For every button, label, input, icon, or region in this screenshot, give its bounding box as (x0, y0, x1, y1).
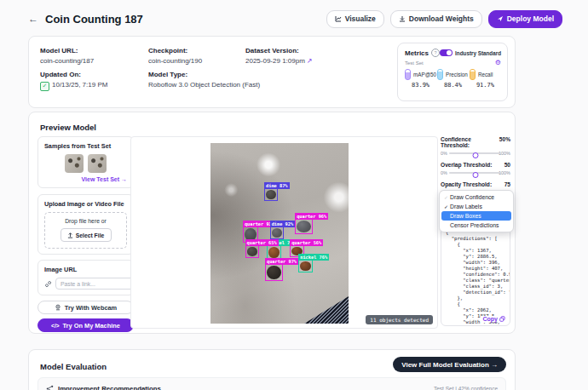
metric-precision: Precision 88.4% (437, 69, 470, 89)
model-info-card: Model URL: coin-counting/187 Checkpoint:… (28, 36, 516, 108)
samples-title: Samples from Test Set (44, 142, 127, 150)
detection-box-dime: dime 87% (264, 188, 278, 201)
page-title: Coin Counting 187 (45, 13, 143, 26)
overlap-slider-track[interactable] (449, 172, 502, 174)
page: ← Coin Counting 187 Visualize Download W… (0, 0, 588, 390)
dataset-version-value: 2025-09-29 1:09pm (245, 57, 305, 65)
map50-name: mAP@50 (413, 72, 436, 77)
visualize-label: Visualize (345, 14, 376, 23)
upload-icon (67, 232, 73, 238)
confidence-slider-handle[interactable] (473, 152, 479, 158)
metrics-box: Metrics ? Industry Standard Test Set ⚙ m… (397, 43, 508, 101)
predictions-json-box[interactable]: { "predictions": [ { "x": 1367, "y": 288… (441, 226, 510, 326)
metric-items: mAP@50 83.9% Precision 88.4% Recall 91.7… (398, 66, 507, 89)
checkpoint-group: Checkpoint: coin-counting/190 (148, 47, 202, 65)
model-type-label: Model Type: (148, 71, 260, 78)
dataset-version-link[interactable]: 2025-09-29 1:09pm↗ (245, 57, 313, 65)
detection-label: dime 92% (270, 221, 296, 227)
precision-value: 88.4% (444, 82, 470, 89)
detection-box-quarter: quarter 65% (245, 245, 260, 258)
industry-standard-toggle[interactable] (440, 49, 453, 56)
try-machine-button[interactable]: </> Try On My Machine (37, 318, 134, 332)
coin (247, 247, 258, 256)
updated-on-value: ✓10/13/25, 7:19 PM (40, 81, 107, 91)
download-icon (399, 15, 406, 22)
back-icon[interactable]: ← (28, 13, 38, 25)
sample-thumbnails (44, 154, 127, 173)
industry-standard-label: Industry Standard (455, 50, 501, 56)
link-icon (44, 280, 52, 288)
upload-title: Upload Image or Video File (44, 200, 127, 208)
confidence-label: Confidence Threshold: (441, 136, 499, 148)
file-dropzone[interactable]: Drop file here or Select File (44, 212, 127, 249)
dataset-version-label: Dataset Version: (245, 47, 313, 54)
precision-pill-icon (437, 69, 443, 80)
copy-icon (499, 316, 505, 322)
test-set-confidence-meta: Test Set | 42% confidence (434, 386, 498, 390)
metric-recall: Recall 91.7% (470, 69, 502, 89)
metrics-title: Metrics (405, 49, 429, 57)
select-file-button[interactable]: Select File (61, 228, 112, 242)
gear-icon[interactable]: ⚙ (495, 59, 501, 66)
overlap-slider-block: Overlap Threshold: 50 0%100% (441, 162, 510, 176)
copy-json-button[interactable]: Copy (481, 316, 506, 322)
model-url-label: Model URL: (40, 47, 94, 54)
improvement-recommendations-bar[interactable]: Improvement Recommendations Test Set | 4… (37, 377, 506, 390)
metrics-subheader: Test Set ⚙ (398, 57, 507, 66)
image-url-input[interactable] (55, 278, 141, 290)
menu-item-draw-confidence[interactable]: ✓ Draw Confidence (441, 192, 511, 202)
menu-item-draw-boxes[interactable]: Draw Boxes (441, 211, 511, 221)
confidence-min: 0% (441, 151, 447, 156)
preview-model-title: Preview Model (40, 123, 96, 132)
try-machine-label: Try On My Machine (63, 322, 120, 330)
detection-label: quarter 65% (245, 239, 279, 246)
test-set-label: Test Set (405, 60, 424, 66)
inference-preview-area: dime 87% quarter 96% quarter 91% dime 92… (130, 136, 438, 329)
samples-card: Samples from Test Set View Test Set → (37, 136, 134, 188)
model-evaluation-card: Model Evaluation View Full Model Evaluat… (28, 349, 516, 390)
test-image: dime 87% quarter 96% quarter 91% dime 92… (210, 143, 349, 324)
predictions-json: { "predictions": [ { "x": 1367, "y": 288… (446, 230, 508, 326)
detection-label: quarter 56% (290, 239, 323, 246)
detection-label: quarter 97% (265, 258, 298, 265)
info-icon[interactable]: ? (431, 49, 440, 57)
download-weights-button[interactable]: Download Weights (390, 10, 482, 28)
recall-name: Recall (478, 72, 493, 77)
detection-label: nickel 76% (298, 254, 329, 261)
preview-model-card: Preview Model Samples from Test Set View… (28, 112, 516, 334)
checkpoint-label: Checkpoint: (148, 47, 202, 54)
overlap-slider-handle[interactable] (473, 172, 479, 178)
draw-options-menu: ✓ Draw Confidence ✓ Draw Labels Draw Box… (439, 190, 514, 232)
recall-value: 91.7% (476, 82, 502, 89)
deploy-model-button[interactable]: Deploy Model (488, 10, 562, 28)
recall-pill-icon (470, 69, 476, 80)
deploy-model-label: Deploy Model (507, 14, 554, 23)
download-weights-label: Download Weights (409, 14, 474, 23)
menu-item-censor-predictions[interactable]: Censor Predictions (441, 221, 511, 230)
check-icon: ✓ (444, 204, 450, 209)
view-test-set-link[interactable]: View Test Set → (44, 176, 127, 182)
visualize-button[interactable]: Visualize (326, 10, 384, 28)
detection-box-quarter: quarter 97% (265, 264, 283, 281)
page-header: ← Coin Counting 187 Visualize Download W… (28, 9, 562, 28)
upload-card: Upload Image or Video File Drop file her… (37, 194, 134, 255)
sample-thumbnail-2[interactable] (88, 154, 107, 173)
view-full-evaluation-button[interactable]: View Full Model Evaluation → (393, 357, 506, 372)
model-type-value: Roboflow 3.0 Object Detection (Fast) (148, 81, 260, 89)
model-type-group: Model Type: Roboflow 3.0 Object Detectio… (148, 71, 260, 89)
coin (272, 228, 282, 238)
webcam-icon (55, 304, 61, 311)
detection-label: quarter 96% (295, 213, 328, 220)
updated-on-group: Updated On: ✓10/13/25, 7:19 PM (40, 71, 107, 91)
sample-thumbnail-1[interactable] (65, 154, 84, 173)
confidence-slider-block: Confidence Threshold: 50% 0%100% (441, 136, 510, 157)
metrics-header: Metrics ? Industry Standard (398, 43, 507, 57)
updated-on-label: Updated On: (40, 71, 107, 78)
confidence-slider-track[interactable] (449, 152, 502, 154)
menu-item-draw-labels[interactable]: ✓ Draw Labels (441, 202, 511, 211)
overlap-min: 0% (441, 170, 447, 175)
try-webcam-button[interactable]: Try With Webcam (37, 301, 134, 314)
detection-box-quarter: quarter 96% (295, 219, 313, 234)
coin (268, 247, 280, 258)
try-webcam-label: Try With Webcam (65, 304, 117, 312)
